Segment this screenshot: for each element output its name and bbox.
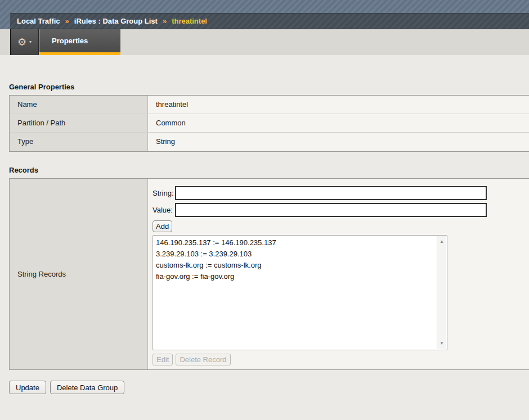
partition-path-label: Partition / Path [10,114,148,132]
records-table: String Records String: Value: Add 146.19… [9,178,529,370]
name-label: Name [10,96,148,114]
table-row: Name threatintel [10,96,529,114]
table-row: Type String [10,133,529,151]
scroll-up-icon[interactable]: ▲ [437,240,446,244]
string-records-form: String: Value: Add 146.190.235.137 := 14… [148,179,529,369]
list-item[interactable]: 146.190.235.137 := 146.190.235.137 [156,237,434,249]
gear-icon: ⚙ [17,37,26,47]
record-buttons-row: Edit Delete Record [153,354,231,365]
form-actions: Update Delete Data Group [9,381,124,394]
delete-data-group-button[interactable]: Delete Data Group [50,381,124,394]
tab-bar: ⚙ ▾ Properties [0,29,529,55]
tab-properties[interactable]: Properties [39,29,120,55]
tab-properties-label: Properties [52,37,88,45]
list-item[interactable]: 3.239.29.103 := 3.239.29.103 [156,249,434,260]
breadcrumb-page: iRules : Data Group List [74,17,158,25]
string-records-label: String Records [10,179,148,369]
update-button[interactable]: Update [9,381,46,394]
type-label: Type [10,133,148,151]
partition-path-value: Common [148,114,529,132]
breadcrumb-current-item: threatintel [172,17,207,25]
string-records-listbox[interactable]: 146.190.235.137 := 146.190.235.137 3.239… [153,235,447,350]
listbox-scrollbar[interactable]: ▲ ▼ [437,236,446,349]
value-input[interactable] [175,203,487,217]
type-value: String [148,133,529,151]
edit-record-button[interactable]: Edit [153,354,173,365]
records-heading: Records [9,166,38,174]
delete-record-button[interactable]: Delete Record [176,354,230,365]
string-input[interactable] [175,186,487,200]
string-field-row: String: [153,186,487,200]
add-record-button[interactable]: Add [153,220,172,232]
list-item[interactable]: fia-gov.org := fia-gov.org [156,271,434,282]
general-properties-heading: General Properties [9,83,74,91]
breadcrumb-separator-icon: » [65,17,69,25]
options-menu-button[interactable]: ⚙ ▾ [10,29,39,55]
string-field-label: String: [153,189,175,197]
breadcrumb-section: Local Traffic [17,17,60,25]
listbox-items: 146.190.235.137 := 146.190.235.137 3.239… [156,237,434,282]
value-field-row: Value: [153,203,487,217]
name-value: threatintel [148,96,529,114]
breadcrumb: Local Traffic » iRules : Data Group List… [10,13,529,29]
chevron-down-icon: ▾ [29,40,32,44]
scroll-down-icon[interactable]: ▼ [437,341,446,346]
list-item[interactable]: customs-lk.org := customs-lk.org [156,260,434,271]
breadcrumb-separator-icon: » [163,17,167,25]
value-field-label: Value: [153,206,175,214]
general-properties-table: Name threatintel Partition / Path Common… [9,95,529,152]
table-row: Partition / Path Common [10,114,529,133]
